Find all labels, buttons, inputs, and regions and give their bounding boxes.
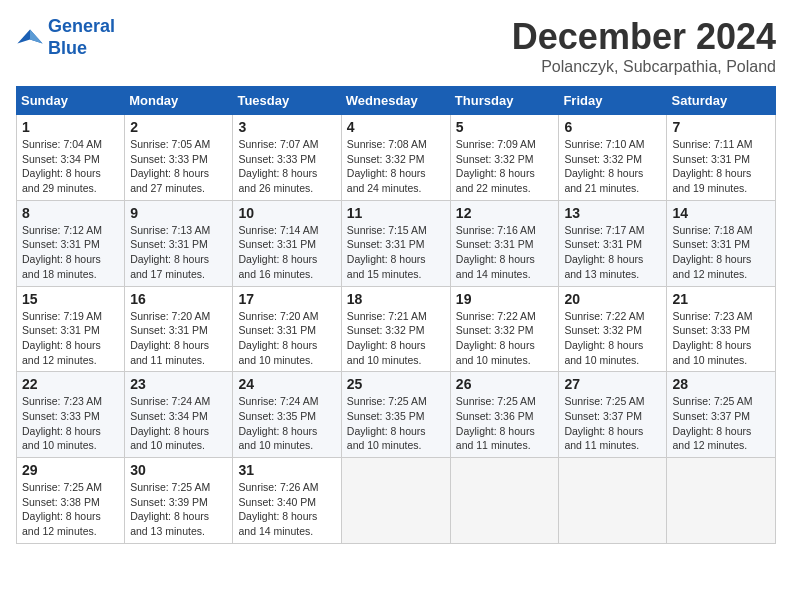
calendar-cell: 18 Sunrise: 7:21 AMSunset: 3:32 PMDaylig… [341, 286, 450, 372]
calendar-cell: 27 Sunrise: 7:25 AMSunset: 3:37 PMDaylig… [559, 372, 667, 458]
day-number: 6 [564, 119, 661, 135]
location: Polanczyk, Subcarpathia, Poland [512, 58, 776, 76]
day-number: 28 [672, 376, 770, 392]
day-header-saturday: Saturday [667, 87, 776, 115]
day-info: Sunrise: 7:23 AMSunset: 3:33 PMDaylight:… [672, 309, 770, 368]
calendar-week-row: 1 Sunrise: 7:04 AMSunset: 3:34 PMDayligh… [17, 115, 776, 201]
calendar-cell [559, 458, 667, 544]
calendar-cell: 1 Sunrise: 7:04 AMSunset: 3:34 PMDayligh… [17, 115, 125, 201]
day-info: Sunrise: 7:08 AMSunset: 3:32 PMDaylight:… [347, 137, 445, 196]
calendar-cell: 3 Sunrise: 7:07 AMSunset: 3:33 PMDayligh… [233, 115, 341, 201]
day-info: Sunrise: 7:24 AMSunset: 3:35 PMDaylight:… [238, 394, 335, 453]
calendar-cell: 6 Sunrise: 7:10 AMSunset: 3:32 PMDayligh… [559, 115, 667, 201]
calendar-cell [667, 458, 776, 544]
day-number: 19 [456, 291, 554, 307]
day-number: 21 [672, 291, 770, 307]
day-number: 25 [347, 376, 445, 392]
calendar-cell: 20 Sunrise: 7:22 AMSunset: 3:32 PMDaylig… [559, 286, 667, 372]
logo-text: General Blue [48, 16, 115, 59]
calendar-cell: 5 Sunrise: 7:09 AMSunset: 3:32 PMDayligh… [450, 115, 559, 201]
day-info: Sunrise: 7:07 AMSunset: 3:33 PMDaylight:… [238, 137, 335, 196]
day-number: 2 [130, 119, 227, 135]
calendar-cell: 8 Sunrise: 7:12 AMSunset: 3:31 PMDayligh… [17, 200, 125, 286]
day-info: Sunrise: 7:24 AMSunset: 3:34 PMDaylight:… [130, 394, 227, 453]
day-info: Sunrise: 7:25 AMSunset: 3:37 PMDaylight:… [564, 394, 661, 453]
day-header-friday: Friday [559, 87, 667, 115]
day-info: Sunrise: 7:19 AMSunset: 3:31 PMDaylight:… [22, 309, 119, 368]
day-number: 23 [130, 376, 227, 392]
calendar-week-row: 8 Sunrise: 7:12 AMSunset: 3:31 PMDayligh… [17, 200, 776, 286]
day-number: 9 [130, 205, 227, 221]
day-number: 26 [456, 376, 554, 392]
day-info: Sunrise: 7:14 AMSunset: 3:31 PMDaylight:… [238, 223, 335, 282]
calendar-cell: 24 Sunrise: 7:24 AMSunset: 3:35 PMDaylig… [233, 372, 341, 458]
calendar-cell: 7 Sunrise: 7:11 AMSunset: 3:31 PMDayligh… [667, 115, 776, 201]
day-number: 4 [347, 119, 445, 135]
calendar-cell: 13 Sunrise: 7:17 AMSunset: 3:31 PMDaylig… [559, 200, 667, 286]
day-number: 12 [456, 205, 554, 221]
day-header-thursday: Thursday [450, 87, 559, 115]
day-info: Sunrise: 7:10 AMSunset: 3:32 PMDaylight:… [564, 137, 661, 196]
day-number: 11 [347, 205, 445, 221]
day-number: 22 [22, 376, 119, 392]
calendar-table: SundayMondayTuesdayWednesdayThursdayFrid… [16, 86, 776, 544]
calendar-cell: 9 Sunrise: 7:13 AMSunset: 3:31 PMDayligh… [125, 200, 233, 286]
day-number: 5 [456, 119, 554, 135]
day-number: 20 [564, 291, 661, 307]
day-number: 27 [564, 376, 661, 392]
day-number: 1 [22, 119, 119, 135]
day-info: Sunrise: 7:05 AMSunset: 3:33 PMDaylight:… [130, 137, 227, 196]
day-number: 14 [672, 205, 770, 221]
day-number: 31 [238, 462, 335, 478]
calendar-cell: 29 Sunrise: 7:25 AMSunset: 3:38 PMDaylig… [17, 458, 125, 544]
calendar-cell: 14 Sunrise: 7:18 AMSunset: 3:31 PMDaylig… [667, 200, 776, 286]
day-number: 24 [238, 376, 335, 392]
calendar-cell: 22 Sunrise: 7:23 AMSunset: 3:33 PMDaylig… [17, 372, 125, 458]
logo-icon [16, 24, 44, 52]
calendar-cell: 31 Sunrise: 7:26 AMSunset: 3:40 PMDaylig… [233, 458, 341, 544]
day-info: Sunrise: 7:13 AMSunset: 3:31 PMDaylight:… [130, 223, 227, 282]
day-info: Sunrise: 7:17 AMSunset: 3:31 PMDaylight:… [564, 223, 661, 282]
day-number: 29 [22, 462, 119, 478]
day-number: 13 [564, 205, 661, 221]
day-number: 15 [22, 291, 119, 307]
day-info: Sunrise: 7:12 AMSunset: 3:31 PMDaylight:… [22, 223, 119, 282]
day-info: Sunrise: 7:23 AMSunset: 3:33 PMDaylight:… [22, 394, 119, 453]
title-block: December 2024 Polanczyk, Subcarpathia, P… [512, 16, 776, 76]
calendar-cell: 28 Sunrise: 7:25 AMSunset: 3:37 PMDaylig… [667, 372, 776, 458]
day-info: Sunrise: 7:26 AMSunset: 3:40 PMDaylight:… [238, 480, 335, 539]
day-number: 7 [672, 119, 770, 135]
calendar-cell: 12 Sunrise: 7:16 AMSunset: 3:31 PMDaylig… [450, 200, 559, 286]
day-info: Sunrise: 7:09 AMSunset: 3:32 PMDaylight:… [456, 137, 554, 196]
day-info: Sunrise: 7:21 AMSunset: 3:32 PMDaylight:… [347, 309, 445, 368]
day-info: Sunrise: 7:20 AMSunset: 3:31 PMDaylight:… [130, 309, 227, 368]
calendar-cell: 30 Sunrise: 7:25 AMSunset: 3:39 PMDaylig… [125, 458, 233, 544]
calendar-cell: 10 Sunrise: 7:14 AMSunset: 3:31 PMDaylig… [233, 200, 341, 286]
calendar-cell: 21 Sunrise: 7:23 AMSunset: 3:33 PMDaylig… [667, 286, 776, 372]
calendar-week-row: 29 Sunrise: 7:25 AMSunset: 3:38 PMDaylig… [17, 458, 776, 544]
calendar-cell: 16 Sunrise: 7:20 AMSunset: 3:31 PMDaylig… [125, 286, 233, 372]
calendar-cell: 25 Sunrise: 7:25 AMSunset: 3:35 PMDaylig… [341, 372, 450, 458]
calendar-cell: 23 Sunrise: 7:24 AMSunset: 3:34 PMDaylig… [125, 372, 233, 458]
day-number: 8 [22, 205, 119, 221]
day-info: Sunrise: 7:16 AMSunset: 3:31 PMDaylight:… [456, 223, 554, 282]
calendar-cell [341, 458, 450, 544]
calendar-week-row: 15 Sunrise: 7:19 AMSunset: 3:31 PMDaylig… [17, 286, 776, 372]
calendar-cell: 4 Sunrise: 7:08 AMSunset: 3:32 PMDayligh… [341, 115, 450, 201]
calendar-cell: 11 Sunrise: 7:15 AMSunset: 3:31 PMDaylig… [341, 200, 450, 286]
day-info: Sunrise: 7:25 AMSunset: 3:38 PMDaylight:… [22, 480, 119, 539]
calendar-cell [450, 458, 559, 544]
day-header-sunday: Sunday [17, 87, 125, 115]
day-info: Sunrise: 7:25 AMSunset: 3:37 PMDaylight:… [672, 394, 770, 453]
day-number: 30 [130, 462, 227, 478]
day-number: 16 [130, 291, 227, 307]
calendar-cell: 19 Sunrise: 7:22 AMSunset: 3:32 PMDaylig… [450, 286, 559, 372]
calendar-cell: 2 Sunrise: 7:05 AMSunset: 3:33 PMDayligh… [125, 115, 233, 201]
day-info: Sunrise: 7:22 AMSunset: 3:32 PMDaylight:… [564, 309, 661, 368]
day-info: Sunrise: 7:22 AMSunset: 3:32 PMDaylight:… [456, 309, 554, 368]
day-info: Sunrise: 7:25 AMSunset: 3:39 PMDaylight:… [130, 480, 227, 539]
svg-marker-1 [30, 29, 43, 43]
calendar-cell: 15 Sunrise: 7:19 AMSunset: 3:31 PMDaylig… [17, 286, 125, 372]
day-info: Sunrise: 7:25 AMSunset: 3:35 PMDaylight:… [347, 394, 445, 453]
day-info: Sunrise: 7:20 AMSunset: 3:31 PMDaylight:… [238, 309, 335, 368]
